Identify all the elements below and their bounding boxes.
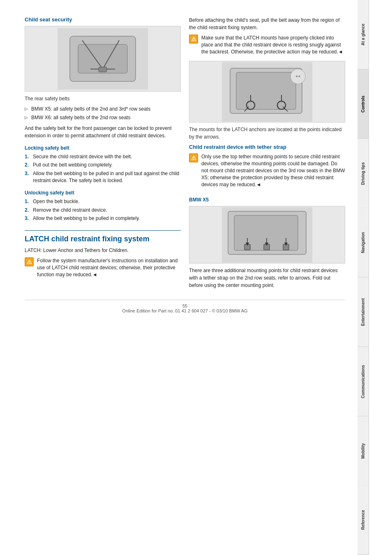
svg-text:↔: ↔ <box>294 72 302 80</box>
sidebar-tab-entertainment[interactable]: Entertainment <box>357 278 369 347</box>
unlocking-step-3: 3.Allow the belt webbing to be pulled in… <box>25 215 181 222</box>
sidebar-tab-controls[interactable]: Controls <box>357 69 369 139</box>
left-column: Child seat security <box>25 16 181 291</box>
sidebar-tab-mobility[interactable]: Mobility <box>357 416 369 486</box>
warning-icon-latch: ⚠ <box>25 257 34 266</box>
sidebar-tab-reference[interactable]: Reference <box>357 486 369 555</box>
latch-warning: ⚠ Follow the system manufacturer's instr… <box>25 257 181 280</box>
locking-steps-list: 1.Secure the child restraint device with… <box>25 153 181 184</box>
page-wrapper: Child seat security <box>0 0 392 555</box>
tether-strap-title: Child restraint device with tether strap <box>189 144 345 150</box>
two-column-layout: Child seat security <box>25 16 345 291</box>
tether-strap-warning-text: Only use the top tether mounting points … <box>201 153 345 188</box>
rear-belts-bullets: BMW X5: all safety belts of the 2nd and … <box>25 106 181 121</box>
sidebar-tab-communications[interactable]: Communications <box>357 347 369 416</box>
unlocking-step-1: 1.Open the belt buckle. <box>25 198 181 205</box>
bullet-item-1: BMW X5: all safety belts of the 2nd and … <box>25 106 181 113</box>
right-column: Before attaching the child's seat, pull … <box>189 16 345 291</box>
copyright-text: Online Edition for Part no. 01 41 2 604 … <box>122 308 247 313</box>
bullet-item-2: BMW X6: all safety belts of the 2nd row … <box>25 114 181 121</box>
sidebar-tab-at-a-glance[interactable]: At a glance <box>357 0 369 69</box>
locking-step-3: 3.Allow the belt webbing to be pulled in… <box>25 170 181 184</box>
sidebar: At a glance Controls Driving tips Naviga… <box>357 0 369 555</box>
unlocking-safety-belt-title: Unlocking safety belt <box>25 190 181 196</box>
main-content: Child seat security <box>0 0 357 555</box>
warning-icon-tether: ⚠ <box>189 153 198 162</box>
locking-step-1: 1.Secure the child restraint device with… <box>25 153 181 160</box>
locking-safety-belt-title: Locking safety belt <box>25 145 181 151</box>
sidebar-tab-driving-tips[interactable]: Driving tips <box>357 139 369 208</box>
svg-rect-6 <box>99 67 107 72</box>
bmw-x5-image <box>189 206 345 264</box>
unlocking-step-2: 2.Remove the child restraint device. <box>25 207 181 214</box>
child-seat-security-title: Child seat security <box>25 16 181 23</box>
warning-icon-mounts: ⚠ <box>189 35 198 44</box>
latch-warning-text: Follow the system manufacturer's instruc… <box>37 257 181 278</box>
page-footer: 55 Online Edition for Part no. 01 41 2 6… <box>25 300 345 313</box>
latch-image-caption: The mounts for the LATCH anchors are loc… <box>189 126 345 141</box>
page-number: 55 <box>182 303 187 308</box>
latch-svg: ↔ <box>222 62 312 122</box>
latch-mounts-warning-text: Make sure that the LATCH mounts have pro… <box>201 35 345 55</box>
latch-intro: LATCH: Lower Anchor and Tethers for Chil… <box>25 247 181 254</box>
latch-anchor-image: ↔ <box>189 61 345 123</box>
sidebar-tab-navigation[interactable]: Navigation <box>357 208 369 278</box>
bmw-x5-caption: There are three additional mounting poin… <box>189 267 345 289</box>
svg-rect-9 <box>236 72 296 109</box>
latch-mounts-warning: ⚠ Make sure that the LATCH mounts have p… <box>189 35 345 58</box>
bmw-x5-svg <box>222 207 312 263</box>
unlocking-steps-list: 1.Open the belt buckle. 2.Remove the chi… <box>25 198 181 222</box>
rear-belts-image <box>25 26 181 92</box>
rear-belts-caption: The rear safety belts <box>25 95 181 102</box>
latch-section: LATCH child restraint fixing system LATC… <box>25 230 181 280</box>
latch-title: LATCH child restraint fixing system <box>25 230 181 243</box>
locking-step-2: 2.Pull out the belt webbing completely. <box>25 162 181 169</box>
bmw-x5-label: BMW X5 <box>189 196 345 204</box>
rear-belts-svg <box>58 28 148 90</box>
tether-strap-warning: ⚠ Only use the top tether mounting point… <box>189 153 345 190</box>
right-intro-text: Before attaching the child's seat, pull … <box>189 16 345 31</box>
child-seat-body-text: And the safety belt for the front passen… <box>25 125 181 139</box>
